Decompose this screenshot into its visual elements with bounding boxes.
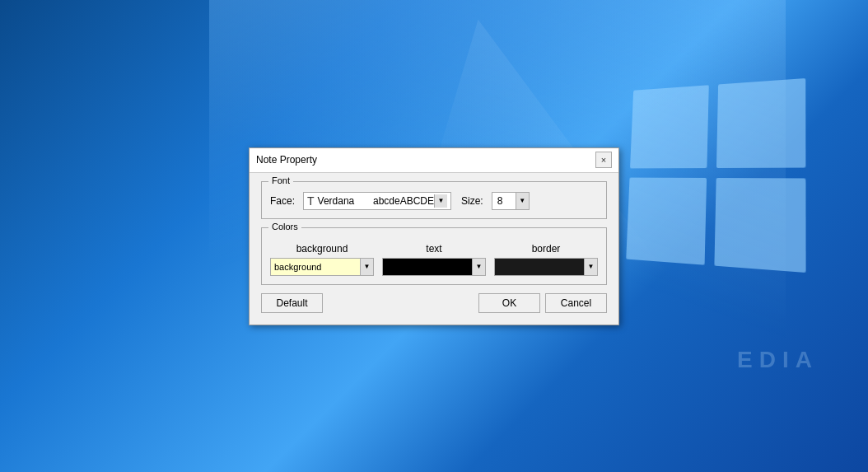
dialog-titlebar: Note Property × bbox=[250, 148, 618, 173]
background-color-swatch: background bbox=[271, 259, 360, 275]
note-property-dialog: Note Property × Font Face: T Verdana abc… bbox=[249, 147, 619, 325]
close-button[interactable]: × bbox=[595, 152, 612, 168]
default-button[interactable]: Default bbox=[261, 293, 323, 313]
size-dropdown[interactable]: 8 ▼ bbox=[492, 192, 530, 210]
size-dropdown-arrow[interactable]: ▼ bbox=[516, 193, 529, 209]
colors-group: Colors background background ▼ bbox=[261, 227, 607, 285]
border-color-col: border ▼ bbox=[494, 243, 598, 276]
font-row: Face: T Verdana abcdeABCDE ▼ Size: 8 ▼ bbox=[270, 192, 598, 210]
font-face-dropdown[interactable]: T Verdana abcdeABCDE ▼ bbox=[303, 192, 451, 210]
font-type-icon: T bbox=[307, 194, 315, 208]
background-color-col: background background ▼ bbox=[270, 243, 374, 276]
dialog-title: Note Property bbox=[256, 154, 317, 166]
text-color-dropdown[interactable]: ▼ bbox=[382, 258, 486, 276]
border-color-swatch bbox=[495, 259, 584, 275]
text-col-label: text bbox=[382, 243, 486, 255]
text-color-swatch bbox=[383, 259, 472, 275]
border-color-arrow[interactable]: ▼ bbox=[584, 259, 597, 275]
text-color-arrow[interactable]: ▼ bbox=[472, 259, 485, 275]
font-group-label: Font bbox=[268, 175, 293, 185]
dialog-body: Font Face: T Verdana abcdeABCDE ▼ Size: … bbox=[250, 173, 618, 325]
dialog-overlay: Note Property × Font Face: T Verdana abc… bbox=[0, 0, 868, 472]
font-name: Verdana bbox=[318, 195, 368, 207]
background-color-arrow[interactable]: ▼ bbox=[360, 259, 373, 275]
text-color-col: text ▼ bbox=[382, 243, 486, 276]
ok-button[interactable]: OK bbox=[478, 293, 540, 313]
bg-swatch-text: background bbox=[274, 262, 322, 272]
buttons-row: Default OK Cancel bbox=[261, 293, 607, 313]
right-buttons: OK Cancel bbox=[478, 293, 607, 313]
colors-row: background background ▼ text bbox=[270, 243, 598, 276]
face-label: Face: bbox=[270, 195, 295, 207]
border-color-dropdown[interactable]: ▼ bbox=[494, 258, 598, 276]
background-color-dropdown[interactable]: background ▼ bbox=[270, 258, 374, 276]
colors-group-label: Colors bbox=[268, 222, 301, 231]
cancel-button[interactable]: Cancel bbox=[545, 293, 607, 313]
font-preview-text: abcdeABCDE bbox=[373, 195, 434, 207]
bg-col-label: background bbox=[270, 243, 374, 255]
font-group: Font Face: T Verdana abcdeABCDE ▼ Size: … bbox=[261, 181, 607, 219]
size-label: Size: bbox=[461, 195, 483, 207]
font-face-dropdown-arrow[interactable]: ▼ bbox=[434, 194, 447, 208]
border-col-label: border bbox=[494, 243, 598, 255]
size-value: 8 bbox=[492, 195, 516, 207]
